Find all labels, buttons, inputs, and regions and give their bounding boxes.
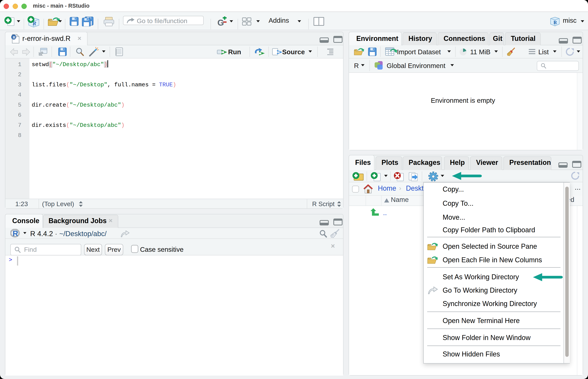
svg-text:R: R (13, 35, 16, 40)
svg-text:R: R (13, 229, 18, 238)
svg-text:G: G (217, 18, 224, 27)
svg-text:R: R (554, 20, 557, 25)
